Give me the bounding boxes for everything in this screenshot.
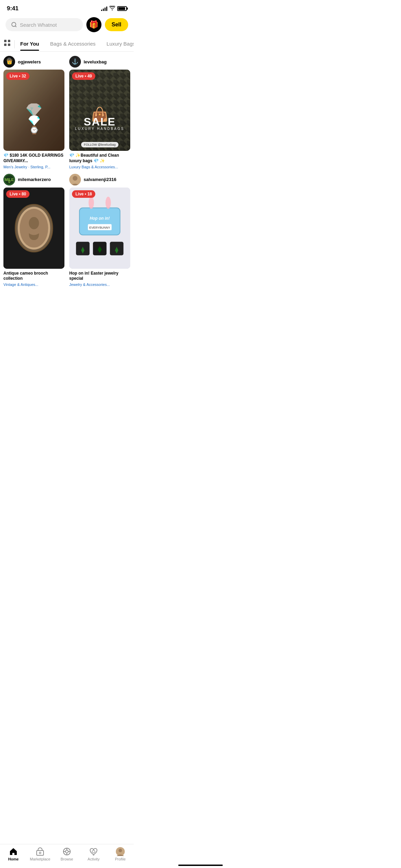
username-salvamenji: salvamenji2316 — [84, 177, 116, 182]
sale-sub: LUXURY HANDBAGS — [69, 127, 130, 131]
tab-luxury-bags[interactable]: Luxury Bags — [101, 38, 134, 51]
card-category-milemarkerzero: Vintage & Antiques... — [3, 282, 64, 287]
live-badge-ogjewelers: Live • 32 — [6, 72, 29, 80]
sell-button[interactable]: Sell — [105, 18, 128, 31]
card-category-ogjewelers: Men's Jewelry · Sterling, P... — [3, 165, 64, 169]
card-desc-salvamenji: Hop on in! Easter jewelry special — [69, 271, 130, 281]
gift-button[interactable]: 🎁 — [86, 17, 101, 32]
live-badge-salvamenji: Live • 18 — [72, 190, 95, 198]
search-icon — [11, 22, 17, 28]
card-category-leveluxbag: Luxury Bags & Accessories... — [69, 165, 130, 169]
svg-point-30 — [73, 176, 77, 181]
svg-text:0: 0 — [8, 180, 10, 184]
avatar-ogjewelers: 👑 — [3, 56, 15, 68]
live-badge-milemarkerzero: Live • 80 — [6, 190, 29, 198]
search-placeholder: Search Whatnot — [20, 22, 57, 28]
category-tabs: For You Bags & Accessories Luxury Bags — [0, 36, 134, 52]
svg-text:EVERYBUNNY: EVERYBUNNY — [89, 226, 110, 229]
svg-point-28 — [29, 217, 39, 229]
status-bar: 9:41 — [0, 0, 134, 15]
live-badge-leveluxbag: Live • 49 — [72, 72, 95, 80]
username-leveluxbag: leveluxbag — [84, 59, 107, 64]
svg-text:⚓: ⚓ — [72, 58, 78, 65]
card-header-leveluxbag: ⚓ leveluxbag — [69, 56, 130, 68]
battery-icon — [117, 6, 127, 11]
live-grid: 👑 ogjewelers Live • 32 💎 ⌚ 💎 $180 14K GO… — [0, 52, 134, 291]
tab-for-you[interactable]: For You — [15, 38, 45, 51]
card-header-salvamenji: salvamenji2316 — [69, 174, 130, 185]
signal-icon — [101, 6, 107, 11]
card-image-milemarkerzero: Live • 80 — [3, 188, 64, 269]
card-category-salvamenji: Jewelry & Accessories... — [69, 282, 130, 287]
card-desc-leveluxbag: 💎 ✨Beautiful and Clean luxury bags 💎 ✨ — [69, 153, 130, 164]
status-time: 9:41 — [7, 5, 19, 12]
svg-point-0 — [12, 22, 16, 26]
wifi-icon — [109, 6, 115, 11]
card-image-leveluxbag: Live • 49 👜 SALE LUXURY HA — [69, 70, 130, 151]
svg-rect-4 — [8, 44, 10, 46]
card-header-milemarkerzero: MILE 0 milemarkerzero — [3, 174, 64, 185]
card-desc-milemarkerzero: Antique cameo brooch collection — [3, 271, 64, 281]
svg-point-35 — [106, 196, 111, 209]
sale-text: SALE — [69, 116, 130, 128]
grid-icon[interactable] — [0, 37, 14, 51]
svg-text:👑: 👑 — [7, 59, 13, 65]
card-desc-ogjewelers: 💎 $180 14K GOLD EARRINGS GIVEAWAY... — [3, 153, 64, 164]
search-input[interactable]: Search Whatnot — [5, 18, 83, 31]
svg-rect-32 — [80, 208, 120, 235]
username-milemarkerzero: milemarkerzero — [18, 177, 51, 182]
search-bar-container: Search Whatnot 🎁 Sell — [0, 15, 134, 36]
status-icons — [101, 6, 127, 11]
live-card-ogjewelers[interactable]: 👑 ogjewelers Live • 32 💎 ⌚ 💎 $180 14K GO… — [3, 56, 64, 169]
gift-icon: 🎁 — [89, 20, 98, 29]
svg-point-34 — [88, 196, 94, 209]
sale-overlay: SALE LUXURY HANDBAGS — [69, 116, 130, 131]
card-header-ogjewelers: 👑 ogjewelers — [3, 56, 64, 68]
avatar-milemarkerzero: MILE 0 — [3, 174, 15, 185]
svg-rect-2 — [8, 40, 10, 42]
avatar-leveluxbag: ⚓ — [69, 56, 81, 68]
live-card-salvamenji[interactable]: salvamenji2316 Live • 18 Hop on in! EVER… — [69, 174, 130, 287]
tab-bags-accessories[interactable]: Bags & Accessories — [45, 38, 101, 51]
live-card-milemarkerzero[interactable]: MILE 0 milemarkerzero Live • 80 — [3, 174, 64, 287]
svg-rect-9 — [3, 70, 64, 151]
svg-rect-3 — [4, 44, 7, 46]
follow-tag: FOLLOW @leveluxbag — [81, 142, 119, 147]
svg-text:Hop on in!: Hop on in! — [90, 216, 110, 220]
card-image-ogjewelers: Live • 32 💎 ⌚ — [3, 70, 64, 151]
card-image-salvamenji: Live • 18 Hop on in! EVERYBUNNY — [69, 188, 130, 269]
avatar-salvamenji — [69, 174, 81, 185]
svg-rect-1 — [4, 40, 7, 42]
username-ogjewelers: ogjewelers — [18, 59, 41, 64]
live-card-leveluxbag[interactable]: ⚓ leveluxbag Live • 49 — [69, 56, 130, 169]
